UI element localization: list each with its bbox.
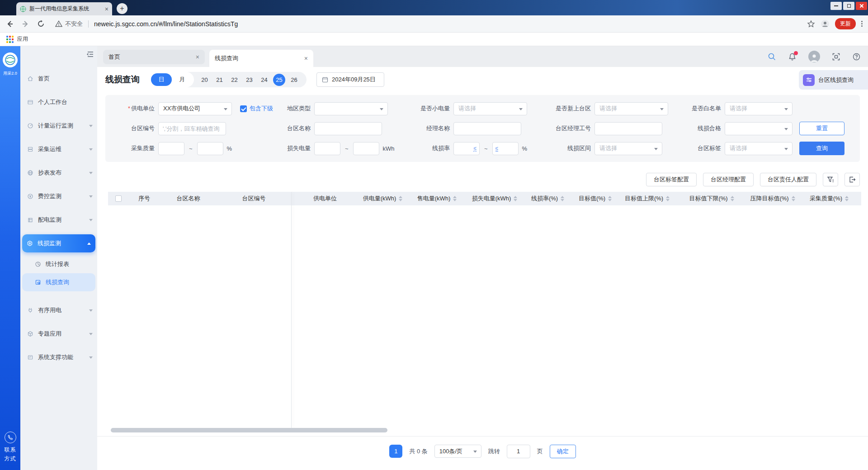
lte-operator[interactable]: ≤ bbox=[473, 146, 476, 152]
loss-power-max-input[interactable] bbox=[353, 142, 379, 155]
column-header-sortable[interactable]: 压降目标值(%) bbox=[745, 195, 800, 203]
sidebar-item-collection-ops[interactable]: 采集运维 bbox=[20, 138, 97, 161]
update-button[interactable]: 更新 bbox=[835, 18, 856, 29]
sort-icon[interactable] bbox=[514, 196, 517, 201]
window-maximize-button[interactable] bbox=[843, 2, 854, 10]
column-header-sortable[interactable]: 售电量(kWh) bbox=[406, 195, 467, 203]
sort-icon[interactable] bbox=[561, 196, 564, 201]
day-option[interactable]: 22 bbox=[228, 74, 241, 86]
sort-icon[interactable] bbox=[608, 196, 612, 201]
day-option[interactable]: 24 bbox=[258, 74, 270, 86]
day-option[interactable]: 26 bbox=[288, 74, 300, 86]
window-close-button[interactable] bbox=[856, 2, 867, 10]
sort-icon[interactable] bbox=[399, 196, 402, 201]
sidebar-item-fee-control[interactable]: 费控监测 bbox=[20, 185, 97, 208]
bookmark-star-icon[interactable] bbox=[807, 20, 815, 28]
app-logo[interactable] bbox=[3, 52, 18, 67]
column-header-sortable[interactable]: 目标值下限(%) bbox=[678, 195, 745, 203]
notification-bell-icon[interactable] bbox=[788, 52, 797, 61]
column-header-sortable[interactable]: 线损率(%) bbox=[522, 195, 574, 203]
whitelist-select[interactable]: 请选择 bbox=[725, 102, 793, 115]
confirm-button[interactable]: 确定 bbox=[550, 445, 576, 458]
sidebar-item-special-apps[interactable]: 专题应用 bbox=[20, 322, 97, 346]
loss-power-min-input[interactable] bbox=[314, 142, 340, 155]
sidebar-item-workbench[interactable]: 个人工作台 bbox=[20, 90, 97, 114]
new-station-select[interactable]: 请选择 bbox=[594, 102, 668, 115]
sidebar-item-orderly-power[interactable]: 有序用电 bbox=[20, 299, 97, 322]
sidebar-item-distribution-monitor[interactable]: 配电监测 bbox=[20, 208, 97, 232]
day-option[interactable]: 23 bbox=[243, 74, 255, 86]
workspace-tab-line-loss-query[interactable]: 线损查询 × bbox=[209, 50, 313, 67]
browser-tab[interactable]: 新一代用电信息采集系统 × bbox=[16, 2, 112, 15]
apps-bookmark-label[interactable]: 应用 bbox=[17, 35, 28, 43]
station-line-loss-query-link[interactable]: 台区线损查询 bbox=[799, 70, 868, 90]
scrollbar-thumb[interactable] bbox=[111, 428, 387, 432]
station-manager-config-button[interactable]: 台区经理配置 bbox=[703, 173, 754, 186]
column-header-sortable[interactable]: 采集质量(%) bbox=[800, 195, 859, 203]
sidebar-item-line-loss-monitor[interactable]: 线损监测 bbox=[22, 234, 95, 252]
fullscreen-icon[interactable] bbox=[832, 52, 840, 61]
day-option[interactable]: 21 bbox=[213, 74, 226, 86]
window-minimize-button[interactable] bbox=[830, 2, 842, 10]
lte-operator[interactable]: ≤ bbox=[495, 146, 499, 152]
column-header-sortable[interactable]: 损失电量(kWh) bbox=[467, 195, 522, 203]
jump-page-input[interactable] bbox=[507, 445, 530, 458]
back-button[interactable] bbox=[5, 19, 14, 28]
export-icon[interactable] bbox=[844, 173, 860, 186]
station-tag-config-button[interactable]: 台区标签配置 bbox=[646, 173, 697, 186]
menu-dots-icon[interactable] bbox=[861, 21, 863, 27]
column-header[interactable]: 供电单位 bbox=[291, 195, 359, 203]
column-header[interactable]: 序号 bbox=[128, 195, 160, 203]
reset-button[interactable]: 重置 bbox=[799, 122, 844, 135]
filter-funnel-icon[interactable] bbox=[823, 173, 838, 186]
sort-icon[interactable] bbox=[453, 196, 457, 201]
column-header-sortable[interactable]: 供电量(kWh) bbox=[359, 195, 406, 203]
sort-icon[interactable] bbox=[792, 196, 795, 201]
column-header-sortable[interactable]: 目标值(%) bbox=[574, 195, 617, 203]
page-size-select[interactable]: 100条/页 bbox=[434, 445, 481, 458]
url-text[interactable]: neweic.js.sgcc.com.cn/#/llm/line/Station… bbox=[94, 20, 238, 28]
manager-no-input[interactable] bbox=[594, 122, 662, 135]
collect-quality-min-input[interactable] bbox=[158, 142, 184, 155]
reload-button[interactable] bbox=[36, 19, 45, 28]
include-sub-checkbox[interactable]: 包含下级 bbox=[240, 104, 273, 113]
sidebar-item-meter-reading[interactable]: 抄表发布 bbox=[20, 161, 97, 185]
workspace-tab-home[interactable]: 首页 × bbox=[103, 50, 205, 64]
loss-range-select[interactable]: 请选择 bbox=[594, 142, 662, 155]
help-icon[interactable] bbox=[852, 52, 861, 61]
loss-qualified-select[interactable] bbox=[725, 122, 793, 135]
date-picker[interactable]: 2024年09月25日 bbox=[316, 72, 384, 87]
manager-name-input[interactable] bbox=[453, 122, 521, 135]
warning-icon[interactable] bbox=[55, 20, 62, 27]
horizontal-scrollbar[interactable] bbox=[108, 428, 861, 432]
tab-close-icon[interactable]: × bbox=[105, 6, 108, 12]
day-option[interactable]: 20 bbox=[198, 74, 211, 86]
station-no-input[interactable] bbox=[158, 122, 226, 135]
period-month-button[interactable]: 月 bbox=[172, 73, 193, 86]
sort-icon[interactable] bbox=[731, 196, 734, 201]
sort-icon[interactable] bbox=[666, 196, 670, 201]
day-option-selected[interactable]: 25 bbox=[273, 74, 285, 86]
page-1-button[interactable]: 1 bbox=[389, 445, 402, 458]
apps-grid-icon[interactable] bbox=[6, 36, 14, 43]
sidebar-item-system-support[interactable]: 系统支撑功能 bbox=[20, 346, 97, 369]
station-name-input[interactable] bbox=[314, 122, 382, 135]
select-all-checkbox[interactable] bbox=[115, 195, 122, 202]
search-button[interactable]: 查询 bbox=[799, 142, 844, 155]
forward-button[interactable] bbox=[21, 19, 30, 28]
period-day-button[interactable]: 日 bbox=[151, 73, 172, 86]
column-header[interactable]: 台区名称 bbox=[160, 195, 217, 203]
sidebar-item-stats-report[interactable]: 统计报表 bbox=[20, 255, 97, 273]
avatar[interactable] bbox=[808, 51, 820, 62]
collapse-sidebar-icon[interactable] bbox=[86, 51, 94, 58]
sort-icon[interactable] bbox=[845, 196, 849, 201]
area-type-select[interactable] bbox=[314, 102, 388, 115]
sidebar-item-line-loss-query[interactable]: 线损查询 bbox=[22, 273, 95, 291]
profile-icon[interactable] bbox=[821, 19, 830, 28]
new-tab-button[interactable]: + bbox=[117, 3, 127, 14]
close-icon[interactable]: × bbox=[196, 53, 199, 61]
collect-quality-max-input[interactable] bbox=[197, 142, 223, 155]
sidebar-item-metering-monitor[interactable]: 计量运行监测 bbox=[20, 114, 97, 138]
power-unit-select[interactable]: XX市供电公司 bbox=[158, 102, 232, 115]
contact-widget[interactable]: 联系 方式 bbox=[0, 432, 20, 463]
